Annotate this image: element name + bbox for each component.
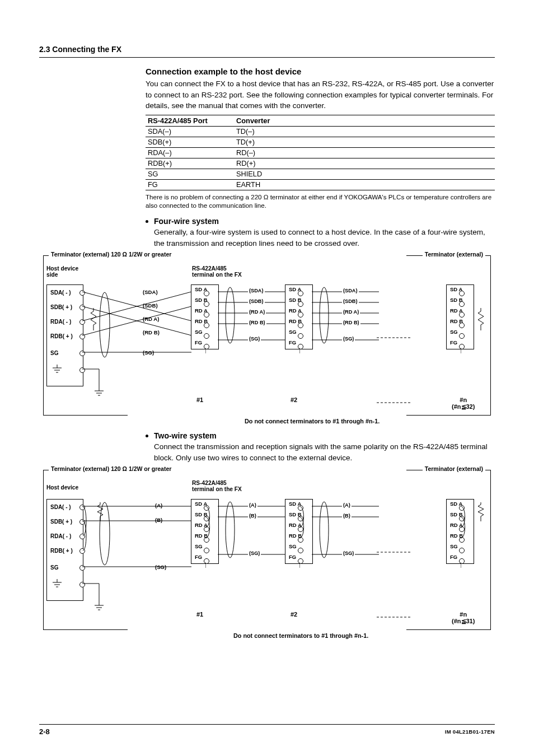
fx-module: SD ASD BRD ARD BSGFG#1 — [191, 499, 219, 564]
term-left-label: Terminator (external) 120 Ω 1/2W or grea… — [49, 465, 174, 472]
fx-terminal-label: RS-422A/485 terminal on the FX — [192, 480, 242, 492]
rule — [39, 57, 495, 58]
fx-module: SD ASD BRD ARD BSGFG#n (#n≦32) — [446, 284, 474, 349]
converter-table: RS-422A/485 Port Converter SDA(–)TD(–)SD… — [146, 115, 495, 190]
twowire-body: Connect the transmission and reception s… — [154, 441, 495, 463]
fx-module: SD ASD BRD ARD BSGFG#2 — [285, 499, 313, 564]
fourwire-title: Four-wire system — [154, 217, 219, 226]
doc-id: IM 04L21B01-17EN — [445, 729, 495, 735]
section-header: 2.3 Connecting the FX — [39, 45, 495, 54]
resistor-icon — [477, 502, 482, 517]
table-row: SGSHIELD — [146, 169, 495, 179]
table-row: SDB(+)TD(+) — [146, 137, 495, 147]
fx-module: SD ASD BRD ARD BSGFG#2 — [285, 284, 313, 349]
fx-module: SD ASD BRD ARD BSGFG#1 — [191, 284, 219, 349]
twowire-title: Two-wire system — [154, 431, 217, 440]
fourwire-body: Generally, a four-wire system is used to… — [154, 227, 495, 249]
ground-icon — [51, 365, 63, 376]
table-row: SDA(–)TD(–) — [146, 126, 495, 137]
term-right-label: Terminator (external) — [423, 251, 485, 258]
bullet-icon — [146, 435, 148, 437]
do-not-connect-caption: Do not connect terminators to #1 through… — [233, 632, 368, 639]
term-left-label: Terminator (external) 120 Ω 1/2W or grea… — [49, 251, 174, 258]
host-side-label: Host device side — [46, 265, 78, 278]
svg-point-16 — [226, 287, 235, 343]
svg-point-57 — [320, 502, 329, 558]
term-right-label: Terminator (external) — [423, 465, 485, 472]
host-box: SDA( - ) SDB( + ) RDA( - ) RDB( + ) SG — [46, 499, 83, 601]
footer-rule — [39, 724, 495, 725]
table-row: RDB(+)RD(+) — [146, 158, 495, 169]
conn-body: You can connect the FX to a host device … — [146, 78, 495, 111]
twowire-diagram: Terminator (external) 120 Ω 1/2W or grea… — [43, 468, 491, 630]
crossover-icon — [82, 284, 194, 396]
host-box: SDA( - ) SDB( + ) RDA( - ) RDB( + ) SG — [46, 284, 83, 386]
table-row: FGEARTH — [146, 179, 495, 190]
table-row: RDA(–)RD(–) — [146, 147, 495, 158]
conn-title: Connection example to the host device — [146, 67, 495, 76]
table-note: There is no problem of connecting a 220 … — [146, 193, 495, 210]
do-not-connect-caption: Do not connect terminators to #1 through… — [245, 418, 380, 424]
twowire-lines — [82, 499, 194, 611]
svg-point-4 — [100, 292, 110, 357]
svg-point-50 — [226, 502, 235, 558]
bullet-icon — [146, 220, 148, 223]
th-port: RS-422A/485 Port — [146, 115, 234, 126]
svg-point-40 — [100, 502, 110, 565]
ground-icon — [51, 579, 63, 590]
fx-module: SD ASD BRD ARD BSGFG#n (#n≦31) — [446, 499, 474, 564]
fourwire-diagram: Terminator (external) 120 Ω 1/2W or grea… — [43, 253, 491, 416]
host-side-label: Host device — [46, 484, 78, 491]
page-number: 2-8 — [39, 727, 50, 736]
th-conv: Converter — [234, 115, 495, 126]
resistor-icon — [477, 308, 482, 323]
svg-point-25 — [320, 287, 329, 343]
fx-terminal-label: RS-422A/485 terminal on the FX — [192, 265, 242, 278]
